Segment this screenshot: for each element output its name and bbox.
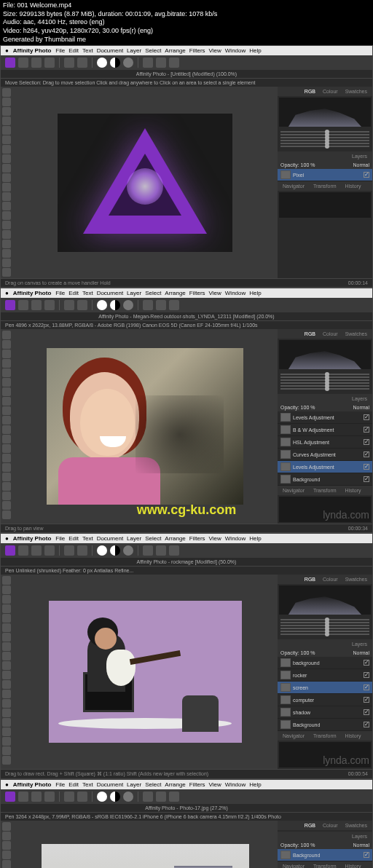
paint-brush-icon[interactable]: [2, 387, 11, 396]
layer-item[interactable]: shadow: [278, 706, 372, 719]
menu-text[interactable]: Text: [82, 781, 93, 788]
color-picker-icon[interactable]: [2, 501, 11, 510]
crop-tool-icon[interactable]: [2, 841, 11, 850]
color-picker-icon[interactable]: [2, 746, 11, 755]
view-mode-light-icon[interactable]: [97, 792, 107, 802]
menu-file[interactable]: File: [55, 290, 65, 296]
crop-tool-icon[interactable]: [2, 595, 11, 604]
clone-icon[interactable]: [2, 164, 11, 173]
view-mode-mirror-icon[interactable]: [123, 792, 133, 802]
tab-colour[interactable]: Colour: [321, 576, 340, 583]
smudge-icon[interactable]: [2, 211, 11, 220]
layer-item[interactable]: background: [278, 657, 372, 669]
develop-persona-icon[interactable]: [31, 300, 42, 310]
menu-edit[interactable]: Edit: [68, 47, 79, 54]
navigator-thumb[interactable]: [279, 192, 371, 218]
layer-visibility-toggle[interactable]: [364, 684, 369, 690]
develop-persona-icon[interactable]: [31, 545, 42, 556]
tab-transform[interactable]: Transform: [311, 487, 339, 494]
menu-select[interactable]: Select: [145, 781, 161, 788]
tab-layers[interactable]: Layers: [350, 641, 369, 647]
layer-item[interactable]: B & W Adjustment: [278, 424, 372, 436]
arrange-icon[interactable]: [156, 58, 166, 68]
text-tool-icon[interactable]: [2, 727, 11, 736]
clone-icon[interactable]: [2, 406, 11, 415]
force-pixel-icon[interactable]: [77, 300, 87, 310]
menu-filters[interactable]: Filters: [189, 47, 205, 54]
menu-view[interactable]: View: [209, 535, 221, 542]
menu-window[interactable]: Window: [225, 47, 246, 54]
menu-select[interactable]: Select: [145, 47, 161, 54]
layer-item[interactable]: Pixel: [278, 169, 372, 181]
photo-persona-icon[interactable]: [5, 545, 15, 556]
arrange-icon[interactable]: [156, 792, 166, 802]
flood-select-icon[interactable]: [2, 126, 11, 135]
view-mode-light-icon[interactable]: [97, 58, 107, 68]
export-persona-icon[interactable]: [44, 300, 55, 310]
snap-icon[interactable]: [64, 792, 74, 802]
menu-layer[interactable]: Layer: [127, 290, 141, 296]
zoom-tool-icon[interactable]: [2, 268, 11, 277]
smudge-icon[interactable]: [2, 454, 11, 462]
tab-history[interactable]: History: [343, 183, 364, 189]
menu-text[interactable]: Text: [82, 47, 93, 54]
erase-icon[interactable]: [2, 154, 11, 163]
snap-icon[interactable]: [64, 545, 74, 556]
layer-item[interactable]: Curves Adjustment: [278, 449, 372, 461]
view-mode-mirror-icon[interactable]: [123, 58, 133, 68]
slider[interactable]: [280, 634, 369, 635]
move-tool-icon[interactable]: [2, 88, 11, 97]
burn-icon[interactable]: [2, 444, 11, 453]
view-mode-light-icon[interactable]: [97, 545, 107, 556]
heal-icon[interactable]: [2, 661, 11, 670]
photo-persona-icon[interactable]: [5, 792, 15, 802]
canvas[interactable]: [42, 844, 249, 868]
menu-edit[interactable]: Edit: [68, 535, 79, 542]
pen-tool-icon[interactable]: [2, 463, 11, 472]
layer-visibility-toggle[interactable]: [364, 439, 369, 445]
menu-window[interactable]: Window: [225, 290, 246, 296]
heal-icon[interactable]: [2, 416, 11, 425]
menu-layer[interactable]: Layer: [127, 535, 141, 542]
menu-file[interactable]: File: [55, 47, 65, 54]
menu-filters[interactable]: Filters: [189, 781, 205, 788]
layer-visibility-toggle[interactable]: [364, 660, 369, 666]
menu-select[interactable]: Select: [145, 290, 161, 296]
view-mode-light-icon[interactable]: [97, 300, 107, 310]
flood-select-icon[interactable]: [2, 368, 11, 377]
layer-visibility-toggle[interactable]: [364, 427, 369, 433]
tab-history[interactable]: History: [343, 487, 364, 494]
tab-layers[interactable]: Layers: [350, 395, 369, 402]
dodge-icon[interactable]: [2, 435, 11, 443]
shape-tool-icon[interactable]: [2, 492, 11, 500]
tab-navigator[interactable]: Navigator: [280, 733, 307, 739]
color-picker-icon[interactable]: [2, 259, 11, 267]
export-persona-icon[interactable]: [44, 792, 55, 802]
blend-mode[interactable]: Normal: [353, 162, 369, 167]
menu-arrange[interactable]: Arrange: [165, 535, 185, 542]
move-tool-icon[interactable]: [2, 331, 11, 339]
tab-colour[interactable]: Colour: [321, 822, 340, 829]
layer-visibility-toggle[interactable]: [364, 476, 369, 482]
inpaint-icon[interactable]: [2, 425, 11, 434]
layer-visibility-toggle[interactable]: [364, 697, 369, 703]
layer-item[interactable]: Background: [278, 849, 372, 861]
selection-brush-icon[interactable]: [2, 851, 11, 859]
liquify-persona-icon[interactable]: [18, 545, 28, 556]
arrange-icon[interactable]: [156, 545, 166, 556]
crop-tool-icon[interactable]: [2, 107, 11, 116]
layer-visibility-toggle[interactable]: [364, 852, 369, 858]
move-tool-icon[interactable]: [2, 576, 11, 585]
view-mode-split-icon[interactable]: [110, 545, 120, 556]
menu-document[interactable]: Document: [97, 47, 123, 54]
menu-document[interactable]: Document: [97, 535, 123, 542]
flood-select-icon[interactable]: [2, 614, 11, 623]
tab-rgb[interactable]: RGB: [302, 576, 318, 583]
develop-persona-icon[interactable]: [31, 792, 42, 802]
menu-view[interactable]: View: [209, 290, 221, 296]
zoom-tool-icon[interactable]: [2, 510, 11, 519]
photo-persona-icon[interactable]: [5, 300, 15, 310]
gradient-icon[interactable]: [2, 230, 11, 239]
canvas[interactable]: [49, 601, 242, 743]
tab-transform[interactable]: Transform: [311, 733, 339, 739]
